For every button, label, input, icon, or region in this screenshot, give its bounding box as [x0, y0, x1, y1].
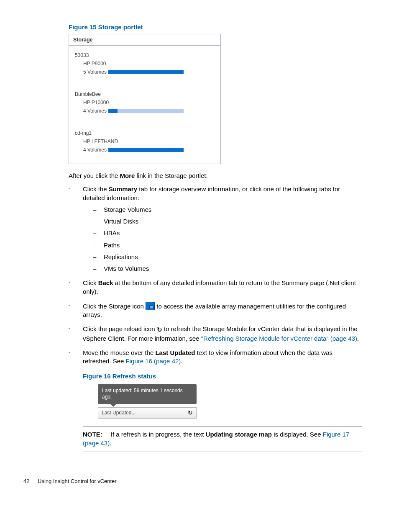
- volumes-bar: [108, 148, 184, 152]
- refresh-status-figure: Last updated: 59 minutes 1 seconds ago. …: [98, 384, 197, 419]
- bullet-last-updated: Move the mouse over the Last Updated tex…: [69, 349, 362, 419]
- array-model: HP LEFTHAND: [83, 139, 215, 144]
- tab-item: Storage Volumes: [93, 206, 362, 214]
- page-footer: 42 Using Insight Control for vCenter: [23, 478, 382, 484]
- storage-array-block: cd-mg1 HP LEFTHAND 4 Volumes: [69, 125, 220, 164]
- link-figure-16[interactable]: Figure 16 (page 42): [126, 357, 181, 365]
- volumes-bar-fill: [108, 70, 184, 74]
- storage-array-block: 53033 HP P9000 5 Volumes: [69, 47, 220, 86]
- page-number: 42: [23, 478, 29, 484]
- figure-16-caption: Figure 16 Refresh status: [83, 372, 362, 380]
- last-updated-tooltip: Last updated: 59 minutes 1 seconds ago.: [98, 384, 197, 404]
- bullet-back: Click Back at the bottom of any detailed…: [69, 279, 362, 296]
- section-title: Using Insight Control for vCenter: [38, 478, 117, 484]
- tab-item: HBAs: [93, 229, 362, 237]
- bullet-reload: Click the page reload icon ↻ to refresh …: [69, 325, 362, 343]
- volumes-label: 4 Volumes: [83, 147, 108, 153]
- array-name: 53033: [75, 52, 215, 58]
- storage-portlet: Storage 53033 HP P9000 5 Volumes BumbleB…: [69, 34, 221, 164]
- volumes-label: 5 Volumes: [83, 69, 108, 75]
- note-block: NOTE: If a refresh is in progress, the t…: [83, 426, 362, 452]
- bullet-storage-icon: Click the Storage icon to access the ava…: [69, 302, 362, 319]
- array-model: HP P10000: [83, 100, 215, 105]
- tab-item: VMs to Volumes: [93, 265, 362, 273]
- tab-item: Replications: [93, 253, 362, 261]
- volumes-bar: [108, 70, 184, 74]
- volumes-bar: [108, 109, 184, 113]
- array-name: BumbleBee: [75, 91, 215, 97]
- reload-icon[interactable]: ↻: [188, 409, 193, 417]
- storage-array-block: BumbleBee HP P10000 4 Volumes: [69, 86, 220, 125]
- status-bar-text: Last Updated...: [102, 409, 136, 416]
- intro-paragraph: After you click the More link in the Sto…: [69, 172, 362, 180]
- tab-item: Paths: [93, 241, 362, 249]
- array-model: HP P9000: [83, 61, 215, 67]
- array-name: cd-mg1: [75, 130, 215, 136]
- storage-portlet-header: Storage: [69, 34, 220, 46]
- figure-15-caption: Figure 15 Storage portlet: [69, 23, 362, 31]
- storage-icon: [146, 302, 155, 310]
- bullet-summary: Click the Summary tab for storage overvi…: [69, 185, 362, 273]
- reload-icon: ↻: [157, 326, 162, 334]
- tab-item: Virtual Disks: [93, 217, 362, 226]
- volumes-bar-fill: [108, 109, 118, 113]
- volumes-label: 4 Volumes: [83, 108, 108, 114]
- volumes-bar-fill: [108, 148, 184, 152]
- status-bar: Last Updated... ↻: [98, 407, 197, 419]
- link-refreshing-data[interactable]: "Refreshing Storage Module for vCenter d…: [201, 335, 357, 342]
